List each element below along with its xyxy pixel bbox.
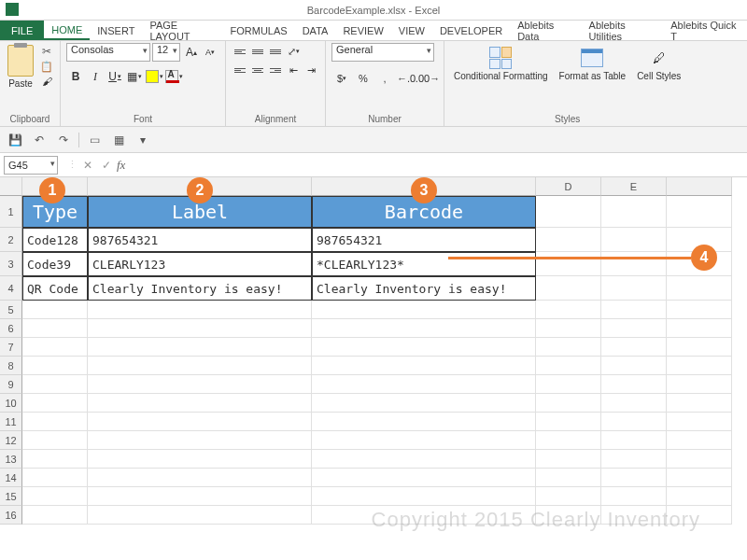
cell[interactable] xyxy=(667,301,732,319)
cell[interactable] xyxy=(22,357,88,375)
cell[interactable] xyxy=(312,431,536,450)
cell[interactable] xyxy=(536,394,601,413)
tab-ablebits-quick[interactable]: Ablebits Quick T xyxy=(663,21,747,40)
cell[interactable]: *CLEARLY123* xyxy=(312,252,536,276)
cell[interactable] xyxy=(22,319,88,338)
qat-button-2[interactable]: ▦ xyxy=(109,131,128,149)
row-header-6[interactable]: 6 xyxy=(0,319,22,338)
font-color-button[interactable]: ▾ xyxy=(164,67,183,86)
cell[interactable] xyxy=(667,196,732,228)
cell[interactable] xyxy=(312,375,536,394)
redo-button[interactable]: ↷ xyxy=(54,131,73,149)
cell[interactable]: CLEARLY123 xyxy=(88,252,312,276)
cell[interactable]: Code128 xyxy=(22,228,88,252)
row-header-13[interactable]: 13 xyxy=(0,450,22,469)
tab-home[interactable]: HOME xyxy=(44,21,90,40)
cell[interactable] xyxy=(22,431,88,450)
qat-customize-button[interactable]: ▾ xyxy=(134,131,152,149)
cell[interactable] xyxy=(22,394,88,413)
cell[interactable] xyxy=(601,338,667,357)
cell[interactable] xyxy=(22,506,88,525)
cell[interactable] xyxy=(536,413,601,431)
cell[interactable] xyxy=(601,228,667,252)
cell[interactable] xyxy=(88,357,312,375)
cut-button[interactable] xyxy=(39,45,54,58)
cell[interactable] xyxy=(536,506,601,525)
cell[interactable] xyxy=(667,450,732,469)
tab-formulas[interactable]: FORMULAS xyxy=(223,21,295,40)
cell[interactable] xyxy=(536,319,601,338)
row-header-7[interactable]: 7 xyxy=(0,338,22,357)
cell[interactable] xyxy=(601,469,667,487)
align-center-button[interactable] xyxy=(249,62,266,78)
save-button[interactable]: 💾 xyxy=(6,131,24,149)
cell[interactable] xyxy=(601,276,667,301)
qat-button-1[interactable]: ▭ xyxy=(85,131,104,149)
row-header-10[interactable]: 10 xyxy=(0,394,22,413)
cell[interactable]: Clearly Inventory is easy! xyxy=(312,276,536,301)
cell[interactable] xyxy=(667,506,732,525)
cell-styles-button[interactable]: Cell Styles xyxy=(633,43,684,83)
undo-button[interactable]: ↶ xyxy=(30,131,49,149)
row-header-15[interactable]: 15 xyxy=(0,487,22,506)
align-right-button[interactable] xyxy=(267,62,284,78)
cancel-formula-button[interactable]: ✕ xyxy=(79,157,96,174)
cell[interactable] xyxy=(312,301,536,319)
formula-input[interactable] xyxy=(134,156,743,175)
cell[interactable] xyxy=(536,228,601,252)
cell[interactable] xyxy=(601,252,667,276)
row-header-2[interactable]: 2 xyxy=(0,228,22,252)
tab-file[interactable]: FILE xyxy=(0,21,44,40)
cell[interactable] xyxy=(88,301,312,319)
cell[interactable] xyxy=(536,338,601,357)
cell[interactable] xyxy=(536,450,601,469)
cell[interactable] xyxy=(312,487,536,506)
cell[interactable] xyxy=(667,431,732,450)
col-header-E[interactable]: E xyxy=(601,177,667,196)
tab-page-layout[interactable]: PAGE LAYOUT xyxy=(142,21,222,40)
cell[interactable] xyxy=(601,450,667,469)
increase-font-button[interactable]: A▴ xyxy=(182,43,201,62)
cell[interactable] xyxy=(601,301,667,319)
cell[interactable] xyxy=(88,506,312,525)
row-header-16[interactable]: 16 xyxy=(0,506,22,525)
cell[interactable]: 987654321 xyxy=(312,228,536,252)
cell[interactable] xyxy=(88,450,312,469)
paste-button[interactable]: Paste xyxy=(6,43,35,89)
italic-button[interactable]: I xyxy=(86,67,105,86)
cell[interactable] xyxy=(312,338,536,357)
tab-developer[interactable]: DEVELOPER xyxy=(432,21,510,40)
currency-button[interactable]: $▾ xyxy=(331,69,352,88)
decrease-indent-button[interactable]: ⇤ xyxy=(285,62,302,78)
align-left-button[interactable] xyxy=(232,62,248,78)
cell[interactable] xyxy=(312,357,536,375)
cell[interactable] xyxy=(536,357,601,375)
tab-insert[interactable]: INSERT xyxy=(90,21,142,40)
select-all-corner[interactable] xyxy=(0,177,22,196)
cell[interactable] xyxy=(667,413,732,431)
cell[interactable] xyxy=(536,252,601,276)
col-header-extra[interactable] xyxy=(667,177,732,196)
cell[interactable] xyxy=(667,357,732,375)
row-header-11[interactable]: 11 xyxy=(0,413,22,431)
tab-review[interactable]: REVIEW xyxy=(335,21,390,40)
cell[interactable] xyxy=(22,450,88,469)
cell[interactable]: Clearly Inventory is easy! xyxy=(88,276,312,301)
font-name-select[interactable]: Consolas xyxy=(66,43,150,62)
cell[interactable] xyxy=(601,357,667,375)
align-bottom-button[interactable] xyxy=(267,43,284,60)
cell[interactable] xyxy=(667,394,732,413)
cell[interactable] xyxy=(312,413,536,431)
col-header-D[interactable]: D xyxy=(536,177,601,196)
cell[interactable] xyxy=(88,375,312,394)
cell[interactable] xyxy=(536,469,601,487)
cell[interactable] xyxy=(667,469,732,487)
border-button[interactable]: ▦▾ xyxy=(125,67,144,86)
cell[interactable] xyxy=(88,487,312,506)
row-header-5[interactable]: 5 xyxy=(0,301,22,319)
number-format-select[interactable]: General xyxy=(331,43,434,62)
cell[interactable] xyxy=(536,431,601,450)
cell[interactable] xyxy=(536,276,601,301)
cell[interactable] xyxy=(22,487,88,506)
conditional-formatting-button[interactable]: Conditional Formatting xyxy=(450,43,552,83)
